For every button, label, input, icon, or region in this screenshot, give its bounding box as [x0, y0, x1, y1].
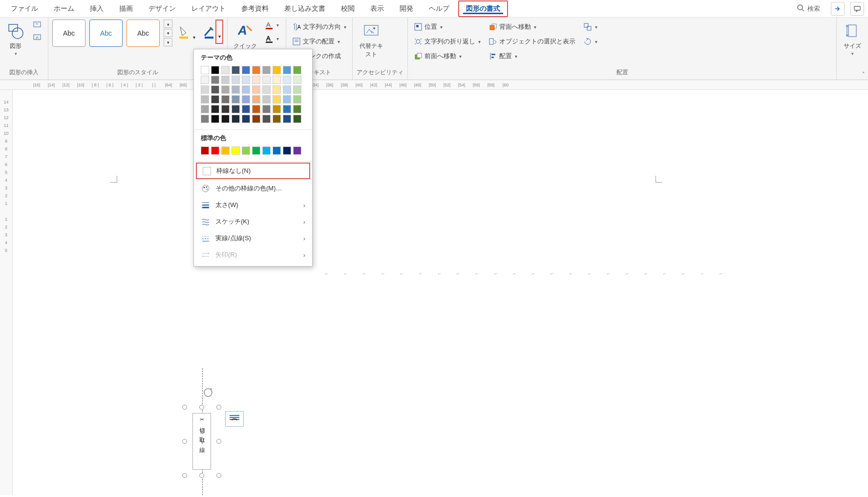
color-swatch[interactable] — [232, 76, 240, 84]
color-swatch[interactable] — [211, 76, 219, 84]
shape-textbox[interactable]: ✂ 切り取り線 — [192, 413, 211, 470]
color-swatch[interactable] — [201, 115, 209, 123]
color-swatch[interactable] — [293, 105, 301, 113]
color-swatch[interactable] — [232, 66, 240, 74]
tab-review[interactable]: 校閲 — [334, 1, 361, 16]
color-swatch[interactable] — [283, 66, 291, 74]
color-swatch[interactable] — [293, 146, 301, 155]
rotate-handle[interactable] — [202, 387, 214, 398]
color-swatch[interactable] — [252, 85, 260, 94]
color-swatch[interactable] — [293, 115, 301, 123]
color-swatch[interactable] — [242, 66, 250, 74]
color-swatch[interactable] — [242, 105, 250, 113]
text-outline-button[interactable]: A▾ — [263, 33, 281, 44]
weight-item[interactable]: 太さ(W) › — [194, 197, 312, 213]
more-outline-colors-item[interactable]: その他の枠線の色(M)… — [194, 180, 312, 197]
search-box[interactable]: 検索 — [792, 2, 825, 15]
tab-insert[interactable]: 挿入 — [83, 1, 110, 16]
color-swatch[interactable] — [221, 146, 230, 155]
style-more-button[interactable]: ▾ — [164, 38, 172, 46]
selection-pane-button[interactable]: オブジェクトの選択と表示 — [487, 36, 577, 47]
rotate-button[interactable]: ▾ — [581, 36, 599, 47]
color-swatch[interactable] — [221, 76, 230, 84]
text-fill-button[interactable]: A▾ — [263, 20, 281, 30]
color-swatch[interactable] — [283, 95, 291, 104]
color-swatch[interactable] — [221, 95, 230, 104]
shape-fill-button[interactable]: ▾ — [176, 20, 198, 44]
color-swatch[interactable] — [262, 146, 271, 155]
align-button[interactable]: 配置▾ — [487, 51, 577, 62]
color-swatch[interactable] — [221, 85, 230, 94]
shapes-button[interactable]: 図形 ▾ — [4, 20, 27, 58]
color-swatch[interactable] — [252, 95, 260, 104]
dashes-item[interactable]: 実線/点線(S) › — [194, 230, 312, 247]
text-wrap-button[interactable]: 文字列の折り返し▾ — [412, 36, 483, 47]
color-swatch[interactable] — [252, 115, 260, 123]
tab-mailings[interactable]: 差し込み文書 — [277, 1, 332, 16]
tab-draw[interactable]: 描画 — [112, 1, 140, 16]
color-swatch[interactable] — [221, 66, 230, 74]
selected-shape[interactable]: ✂ 切り取り線 — [185, 407, 219, 476]
horizontal-ruler[interactable]: |16||14||12||10|| 8 || 6 || 4 || 2 || ||… — [0, 80, 868, 90]
color-swatch[interactable] — [201, 105, 209, 113]
sketch-item[interactable]: スケッチ(K) › — [194, 213, 312, 230]
color-swatch[interactable] — [273, 95, 281, 104]
group-objects-button[interactable]: ▾ — [581, 21, 599, 32]
tab-design[interactable]: デザイン — [142, 1, 183, 16]
resize-handle-e[interactable] — [216, 439, 221, 444]
size-button[interactable]: サイズ ▾ — [841, 20, 864, 58]
color-swatch[interactable] — [242, 95, 250, 104]
resize-handle-sw[interactable] — [182, 473, 187, 478]
tab-shape-format[interactable]: 図形の書式 — [458, 0, 508, 17]
style-sample-1[interactable]: Abc — [52, 20, 85, 47]
color-swatch[interactable] — [273, 66, 281, 74]
color-swatch[interactable] — [211, 66, 219, 74]
tab-home[interactable]: ホーム — [47, 1, 81, 16]
color-swatch[interactable] — [283, 76, 291, 84]
resize-handle-n[interactable] — [199, 405, 204, 410]
color-swatch[interactable] — [242, 76, 250, 84]
style-scroll-up[interactable]: ▴ — [164, 20, 172, 28]
text-box-button[interactable]: A — [31, 32, 44, 43]
no-outline-item[interactable]: 枠線なし(N) — [196, 163, 310, 179]
resize-handle-s[interactable] — [199, 473, 204, 478]
style-sample-3[interactable]: Abc — [127, 20, 160, 47]
color-swatch[interactable] — [262, 95, 271, 104]
fill-dropdown[interactable]: ▾ — [190, 20, 198, 44]
color-swatch[interactable] — [201, 66, 209, 74]
tab-view[interactable]: 表示 — [363, 1, 391, 16]
color-swatch[interactable] — [211, 146, 219, 155]
color-swatch[interactable] — [293, 76, 301, 84]
color-swatch[interactable] — [211, 115, 219, 123]
resize-handle-ne[interactable] — [216, 405, 221, 410]
color-swatch[interactable] — [221, 105, 230, 113]
layout-options-button[interactable] — [225, 411, 244, 427]
color-swatch[interactable] — [232, 146, 240, 155]
color-swatch[interactable] — [201, 85, 209, 94]
style-scroll-down[interactable]: ▾ — [164, 29, 172, 37]
tab-layout[interactable]: レイアウト — [185, 1, 233, 16]
color-swatch[interactable] — [262, 66, 271, 74]
color-swatch[interactable] — [221, 115, 230, 123]
color-swatch[interactable] — [273, 115, 281, 123]
color-swatch[interactable] — [283, 105, 291, 113]
color-swatch[interactable] — [283, 146, 291, 155]
color-swatch[interactable] — [242, 146, 250, 155]
color-swatch[interactable] — [252, 76, 260, 84]
color-swatch[interactable] — [293, 95, 301, 104]
color-swatch[interactable] — [201, 146, 209, 155]
color-swatch[interactable] — [293, 85, 301, 94]
color-swatch[interactable] — [232, 85, 240, 94]
send-backward-button[interactable]: 背面へ移動▾ — [487, 21, 577, 32]
tab-references[interactable]: 参考資料 — [234, 1, 275, 16]
color-swatch[interactable] — [232, 105, 240, 113]
tab-developer[interactable]: 開発 — [393, 1, 420, 16]
color-swatch[interactable] — [242, 115, 250, 123]
color-swatch[interactable] — [201, 76, 209, 84]
color-swatch[interactable] — [242, 85, 250, 94]
color-swatch[interactable] — [252, 105, 260, 113]
resize-handle-w[interactable] — [182, 439, 187, 444]
vertical-ruler[interactable]: 141312111098765432112345 — [0, 90, 13, 495]
resize-handle-nw[interactable] — [182, 405, 187, 410]
color-swatch[interactable] — [252, 66, 260, 74]
